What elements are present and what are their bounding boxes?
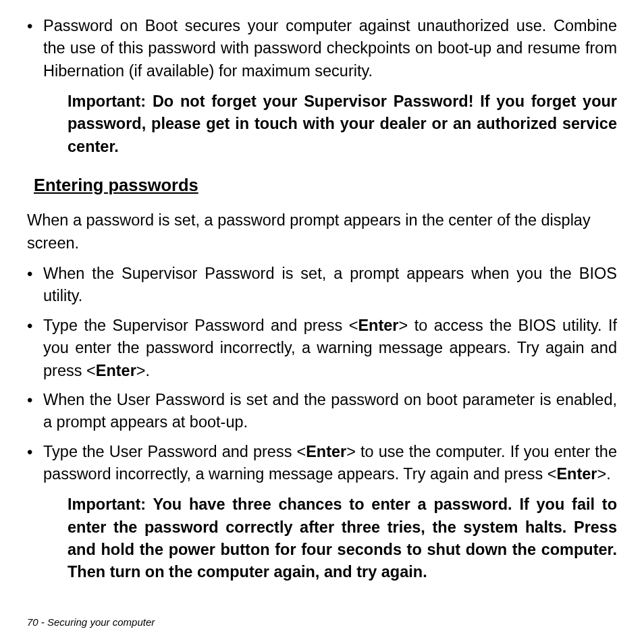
mid-bullet-list: When the Supervisor Password is set, a p… [27, 263, 617, 485]
list-item: When the Supervisor Password is set, a p… [43, 263, 617, 308]
top-bullet-list: Password on Boot secures your computer a… [27, 15, 617, 82]
important-note-top: Important: Do not forget your Supervisor… [68, 89, 617, 158]
key-label: Enter [306, 443, 346, 460]
text-segment: >. [136, 362, 150, 379]
section-heading: Entering passwords [34, 173, 617, 197]
page-footer: 70 - Securing your computer [27, 615, 155, 629]
list-item: When the User Password is set and the pa… [43, 389, 617, 434]
text-segment: Type the Supervisor Password and press < [43, 317, 358, 334]
list-item: Type the Supervisor Password and press <… [43, 315, 617, 382]
intro-paragraph: When a password is set, a password promp… [27, 209, 617, 254]
text-segment: >. [597, 465, 611, 483]
key-label: Enter [358, 317, 398, 334]
list-item: Password on Boot secures your computer a… [43, 15, 617, 82]
important-note-bottom: Important: You have three chances to ent… [68, 492, 617, 583]
list-item: Type the User Password and press <Enter>… [43, 441, 617, 486]
key-label: Enter [96, 362, 136, 379]
key-label: Enter [556, 465, 597, 483]
text-segment: Type the User Password and press < [43, 443, 306, 460]
